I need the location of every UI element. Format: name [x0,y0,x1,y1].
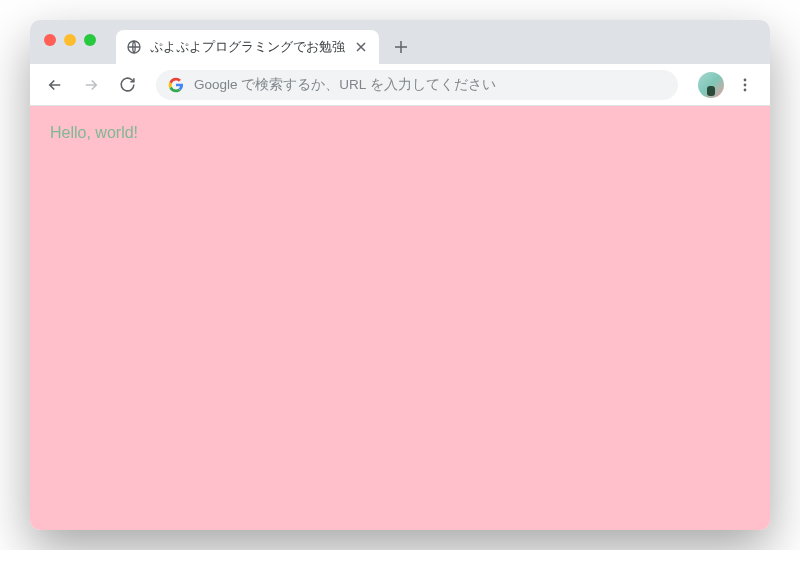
svg-point-1 [744,78,747,81]
tab-title: ぷよぷよプログラミングでお勉強 [150,39,345,56]
google-icon [168,77,184,93]
browser-window: ぷよぷよプログラミングでお勉強 [30,20,770,530]
minimize-window-button[interactable] [64,34,76,46]
toolbar: Google で検索するか、URL を入力してください [30,64,770,106]
maximize-window-button[interactable] [84,34,96,46]
profile-avatar[interactable] [698,72,724,98]
back-button[interactable] [40,70,70,100]
reload-button[interactable] [112,70,142,100]
svg-point-2 [744,83,747,86]
close-window-button[interactable] [44,34,56,46]
menu-button[interactable] [730,70,760,100]
globe-icon [126,39,142,55]
close-tab-button[interactable] [353,39,369,55]
address-bar-placeholder: Google で検索するか、URL を入力してください [194,76,496,94]
address-bar[interactable]: Google で検索するか、URL を入力してください [156,70,678,100]
titlebar: ぷよぷよプログラミングでお勉強 [30,20,770,64]
browser-tab[interactable]: ぷよぷよプログラミングでお勉強 [116,30,379,64]
svg-point-3 [744,88,747,91]
window-controls [44,34,96,46]
page-content: Hello, world! [30,106,770,530]
new-tab-button[interactable] [387,33,415,61]
hello-world-text: Hello, world! [50,124,750,142]
forward-button[interactable] [76,70,106,100]
